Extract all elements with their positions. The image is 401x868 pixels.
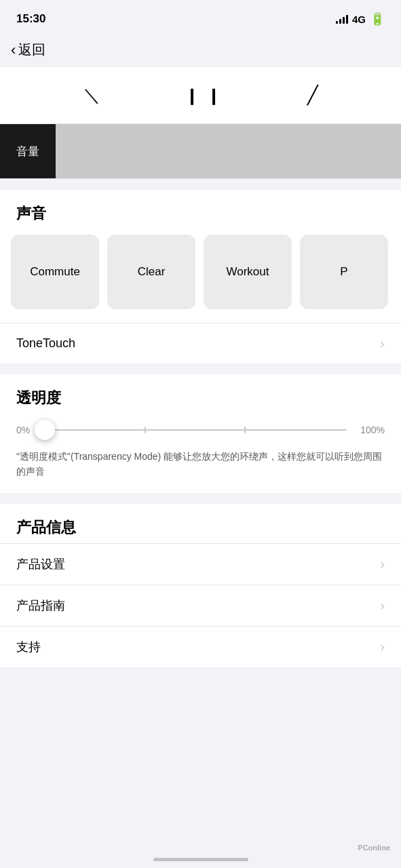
back-button[interactable]: ‹ 返回 bbox=[0, 34, 401, 67]
prev-button[interactable]: ＼ bbox=[69, 78, 114, 113]
support-row[interactable]: 支持 › bbox=[0, 626, 401, 667]
back-label: 返回 bbox=[18, 41, 45, 59]
mode-workout-button[interactable]: Workout bbox=[204, 235, 292, 309]
transparency-section: 透明度 0% 100% "透明度模式"(Transparency Mode) 能… bbox=[0, 374, 401, 493]
volume-label-area: 音量 bbox=[0, 124, 56, 178]
product-settings-row[interactable]: 产品设置 › bbox=[0, 543, 401, 585]
sound-title: 声音 bbox=[16, 205, 46, 222]
transparency-title: 透明度 bbox=[16, 388, 385, 408]
slider-max-label: 100% bbox=[355, 425, 385, 435]
slider-min-label: 0% bbox=[16, 425, 37, 435]
status-icons: 4G 🔋 bbox=[336, 12, 385, 26]
status-time: 15:30 bbox=[16, 12, 45, 26]
home-indicator bbox=[153, 858, 248, 861]
network-label: 4G bbox=[352, 14, 366, 25]
back-chevron-icon: ‹ bbox=[11, 43, 16, 58]
product-guide-label: 产品指南 bbox=[16, 597, 65, 614]
pause-button[interactable]: ❙ ❙ bbox=[172, 81, 237, 111]
product-settings-label: 产品设置 bbox=[16, 556, 65, 572]
product-guide-row[interactable]: 产品指南 › bbox=[0, 585, 401, 626]
battery-icon: 🔋 bbox=[370, 12, 385, 26]
product-title: 产品信息 bbox=[16, 519, 76, 536]
status-bar: 15:30 4G 🔋 bbox=[0, 0, 401, 34]
mode-clear-button[interactable]: Clear bbox=[107, 235, 195, 309]
product-guide-chevron-icon: › bbox=[380, 597, 385, 613]
tonetouch-row[interactable]: ToneTouch › bbox=[0, 323, 401, 363]
tonetouch-label: ToneTouch bbox=[16, 336, 75, 351]
transport-controls: ＼ ❙ ❙ ╱ bbox=[0, 67, 401, 124]
product-header: 产品信息 bbox=[0, 504, 401, 543]
sound-header: 声音 bbox=[0, 190, 401, 235]
volume-bar: 音量 bbox=[0, 124, 401, 178]
transparency-description: "透明度模式"(Transparency Mode) 能够让您放大您的环绕声，这… bbox=[16, 449, 385, 479]
next-button[interactable]: ╱ bbox=[294, 79, 332, 111]
slider-thumb[interactable] bbox=[35, 420, 55, 440]
sound-modes-list: Commute Clear Workout P bbox=[0, 235, 401, 323]
support-chevron-icon: › bbox=[380, 639, 385, 654]
transparency-slider[interactable] bbox=[45, 429, 347, 431]
volume-track[interactable] bbox=[56, 124, 401, 178]
mode-more-button[interactable]: P bbox=[300, 235, 388, 309]
support-label: 支持 bbox=[16, 639, 41, 655]
mode-commute-button[interactable]: Commute bbox=[11, 235, 99, 309]
watermark: PConline bbox=[358, 844, 390, 852]
transparency-slider-row: 0% 100% bbox=[16, 425, 385, 435]
product-section: 产品信息 产品设置 › 产品指南 › 支持 › bbox=[0, 504, 401, 667]
signal-icon bbox=[336, 14, 348, 24]
tonetouch-chevron-icon: › bbox=[380, 336, 385, 351]
volume-label: 音量 bbox=[16, 144, 39, 159]
sound-section: 声音 Commute Clear Workout P ToneTouch › bbox=[0, 190, 401, 363]
product-settings-chevron-icon: › bbox=[380, 556, 385, 572]
